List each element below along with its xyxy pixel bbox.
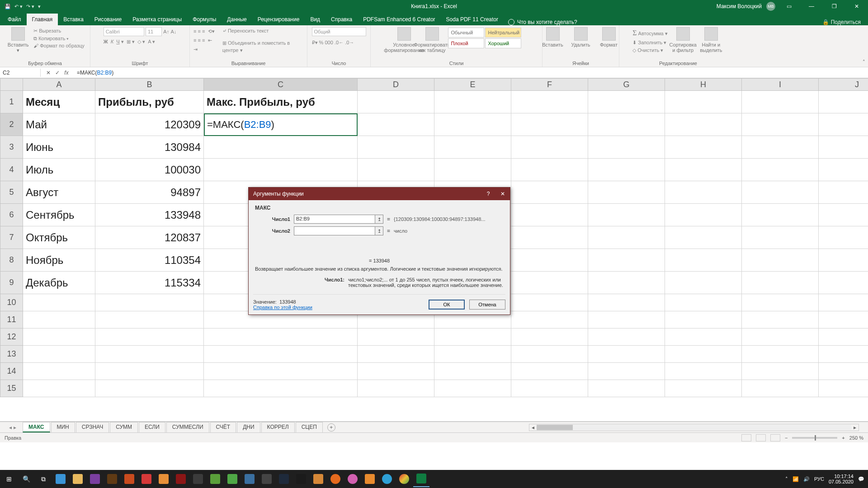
row-header-15[interactable]: 15 — [0, 380, 23, 397]
align-center-icon[interactable]: ≡ — [198, 38, 200, 43]
task-firefox[interactable] — [327, 471, 344, 487]
task-app-9[interactable] — [190, 471, 206, 487]
cell-G13[interactable] — [588, 346, 665, 363]
wrap-text-button[interactable]: ⤶ Переносить текст — [222, 27, 303, 35]
sheet-tab-ДНИ[interactable]: ДНИ — [237, 422, 260, 432]
tray-chevron-icon[interactable]: ˄ — [785, 476, 788, 482]
cell-C15[interactable] — [204, 380, 358, 397]
cell-F13[interactable] — [511, 346, 588, 363]
column-header-D[interactable]: D — [358, 78, 434, 91]
sheet-tab-СРЗНАЧ[interactable]: СРЗНАЧ — [76, 422, 109, 432]
paste-button[interactable]: Вставить▾ — [5, 27, 31, 53]
align-bottom-icon[interactable]: ≡ — [202, 28, 205, 34]
cell-C3[interactable] — [204, 136, 358, 159]
cell-F15[interactable] — [511, 380, 588, 397]
cell-G15[interactable] — [588, 380, 665, 397]
task-app-12[interactable] — [241, 471, 258, 487]
row-header-4[interactable]: 4 — [0, 159, 23, 181]
tray-clock[interactable]: 10:17:1407.05.2020 — [829, 474, 854, 484]
cell-J13[interactable] — [819, 346, 868, 363]
cell-A3[interactable]: Июнь — [23, 136, 95, 159]
cell-B2[interactable]: 120309 — [95, 113, 204, 136]
cell-J8[interactable] — [819, 249, 868, 272]
row-header-14[interactable]: 14 — [0, 363, 23, 380]
tab-data[interactable]: Данные — [222, 14, 252, 25]
select-all-corner[interactable] — [0, 78, 23, 91]
cell-A1[interactable]: Месяц — [23, 91, 95, 113]
cell-D14[interactable] — [358, 363, 434, 380]
currency-icon[interactable]: ₽▾ — [312, 40, 318, 45]
cell-A14[interactable] — [23, 363, 95, 380]
cell-G7[interactable] — [588, 226, 665, 249]
cell-I2[interactable] — [742, 113, 819, 136]
cell-I5[interactable] — [742, 181, 819, 204]
tab-help[interactable]: Справка — [326, 14, 358, 25]
tab-pdfsam[interactable]: PDFSam Enhanced 6 Creator — [358, 14, 440, 25]
cell-G3[interactable] — [588, 136, 665, 159]
cell-G1[interactable] — [588, 91, 665, 113]
style-good[interactable]: Хороший — [485, 38, 521, 48]
format-as-table-button[interactable]: Форматировать как таблицу — [420, 27, 445, 53]
cell-H10[interactable] — [665, 294, 742, 311]
column-header-B[interactable]: B — [95, 78, 204, 91]
tray-wifi-icon[interactable]: 📶 — [793, 476, 799, 482]
cell-G9[interactable] — [588, 272, 665, 294]
task-app-10[interactable] — [207, 471, 223, 487]
cell-H2[interactable] — [665, 113, 742, 136]
cell-A2[interactable]: Май — [23, 113, 95, 136]
cell-D2[interactable] — [358, 113, 434, 136]
ribbon-display-icon[interactable]: ▭ — [780, 0, 798, 13]
bold-icon[interactable]: Ж — [104, 39, 108, 44]
cell-E13[interactable] — [434, 346, 511, 363]
cell-C12[interactable] — [204, 328, 358, 346]
tab-nav-last-icon[interactable]: ▸ — [14, 424, 16, 431]
cell-H12[interactable] — [665, 328, 742, 346]
arg1-input[interactable]: B2:B9 — [294, 215, 375, 224]
cell-A15[interactable] — [23, 380, 95, 397]
cell-H11[interactable] — [665, 311, 742, 328]
cell-D13[interactable] — [358, 346, 434, 363]
zoom-level[interactable]: 250 % — [849, 435, 863, 441]
dialog-help-icon[interactable]: ? — [481, 188, 495, 200]
maximize-icon[interactable]: ❐ — [825, 0, 843, 13]
cell-E15[interactable] — [434, 380, 511, 397]
cell-I3[interactable] — [742, 136, 819, 159]
cell-H5[interactable] — [665, 181, 742, 204]
task-app-6[interactable] — [138, 471, 155, 487]
cell-E4[interactable] — [434, 159, 511, 181]
row-header-10[interactable]: 10 — [0, 294, 23, 311]
cell-A7[interactable]: Октябрь — [23, 226, 95, 249]
border-icon[interactable]: ⊞ — [127, 39, 131, 44]
format-cells-button[interactable]: Формат — [596, 27, 622, 47]
sheet-tab-СЦЕП[interactable]: СЦЕП — [296, 422, 323, 432]
cell-J15[interactable] — [819, 380, 868, 397]
tray-lang[interactable]: РУС — [814, 476, 824, 482]
row-header-13[interactable]: 13 — [0, 346, 23, 363]
cell-B10[interactable] — [95, 294, 204, 311]
zoom-out-icon[interactable]: − — [785, 435, 788, 441]
cell-I7[interactable] — [742, 226, 819, 249]
row-header-3[interactable]: 3 — [0, 136, 23, 159]
task-app-8[interactable] — [173, 471, 189, 487]
font-size[interactable]: 11 — [146, 27, 162, 36]
clear-button[interactable]: ◇ Очистить ▾ — [632, 47, 668, 55]
cell-H13[interactable] — [665, 346, 742, 363]
cell-B1[interactable]: Прибыль, руб — [95, 91, 204, 113]
task-vlc[interactable] — [362, 471, 378, 487]
task-telegram[interactable] — [379, 471, 395, 487]
italic-icon[interactable]: К — [111, 39, 113, 44]
cell-J2[interactable] — [819, 113, 868, 136]
font-color-icon[interactable]: A — [148, 39, 151, 44]
cell-I15[interactable] — [742, 380, 819, 397]
cell-I6[interactable] — [742, 204, 819, 226]
autosum-button[interactable]: Σ Автосумма ▾ — [632, 27, 668, 39]
row-header-7[interactable]: 7 — [0, 226, 23, 249]
row-header-11[interactable]: 11 — [0, 311, 23, 328]
cell-H7[interactable] — [665, 226, 742, 249]
tab-draw[interactable]: Рисование — [89, 14, 127, 25]
decrease-font-icon[interactable]: A↓ — [171, 29, 177, 34]
cut-button[interactable]: ✂ Вырезать — [33, 27, 85, 35]
tell-me[interactable]: Что вы хотите сделать? — [508, 19, 577, 25]
search-icon[interactable]: 🔍 — [18, 471, 34, 487]
name-box[interactable]: C2 — [0, 69, 41, 77]
